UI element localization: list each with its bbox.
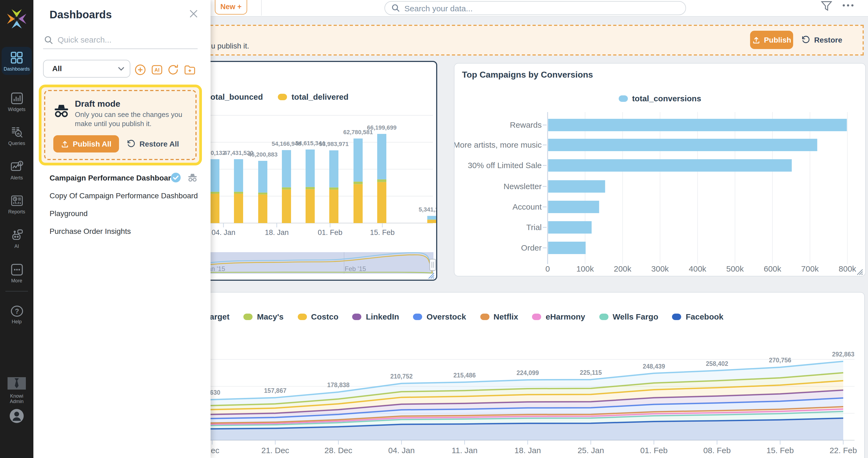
sidebar-item-widgets[interactable]: Widgets: [2, 92, 32, 112]
svg-text:18. Jan: 18. Jan: [265, 228, 289, 236]
draft-mode-box: Draft mode Only you can see the changes …: [39, 85, 202, 165]
svg-text:18. Jan: 18. Jan: [515, 446, 541, 455]
svg-text:800k: 800k: [839, 264, 857, 273]
draft-mode-description: Only you can see the changes you make un…: [75, 110, 197, 128]
publish-button[interactable]: Publish: [750, 31, 793, 49]
svg-text:700k: 700k: [801, 264, 819, 273]
sidebar-divider: [5, 291, 28, 291]
svg-text:500k: 500k: [726, 264, 744, 273]
draft-mode-title: Draft mode: [75, 99, 120, 109]
svg-text:400k: 400k: [689, 264, 707, 273]
draft-mode-banner: u publish it. Publish Restore: [188, 25, 864, 56]
sidebar-item-ai[interactable]: AI: [2, 228, 32, 249]
dashboard-list-item[interactable]: Playground: [50, 204, 200, 222]
svg-text:215,486: 215,486: [454, 372, 476, 379]
account-label: Knowi: [10, 393, 23, 399]
svg-text:01. Feb: 01. Feb: [318, 228, 342, 236]
chevron-down-icon: [118, 67, 124, 71]
restore-all-button[interactable]: Restore All: [127, 139, 179, 148]
add-folder-icon[interactable]: [184, 64, 196, 76]
search-icon: [392, 4, 400, 12]
sidebar-nav: Dashboards Widgets Queries Alerts Report…: [0, 0, 33, 458]
svg-text:46,200,883: 46,200,883: [248, 151, 278, 158]
svg-text:100k: 100k: [577, 264, 594, 273]
svg-text:0,132: 0,132: [211, 149, 225, 156]
svg-text:210,752: 210,752: [391, 373, 413, 380]
panel-title: Dashboards: [50, 9, 112, 21]
filter-selected-value: All: [52, 64, 62, 73]
dashboard-name: Campaign Performance Dashboard: [50, 173, 176, 182]
svg-text:300k: 300k: [651, 264, 669, 273]
app-window: New + Search your data... u publish it. …: [0, 0, 868, 458]
widget-top-campaigns[interactable]: Top Campaigns by Conversions total_conve…: [454, 63, 866, 277]
dashboard-filter-select[interactable]: All: [43, 60, 130, 78]
svg-text:53,983,971: 53,983,971: [319, 141, 349, 147]
svg-text:08. Feb: 08. Feb: [703, 446, 731, 455]
sidebar-item-reports[interactable]: Reports: [2, 194, 32, 214]
publish-all-button[interactable]: Publish All: [53, 135, 119, 152]
widgets-icon: [10, 92, 24, 105]
svg-text:600k: 600k: [764, 264, 782, 273]
dashboard-list-item[interactable]: Copy Of Campaign Performance Dashboard: [50, 187, 200, 204]
sidebar-item-account[interactable]: KnowiAdmin: [7, 377, 26, 404]
draft-incognito-icon: [187, 173, 197, 182]
sidebar-label: Alerts: [2, 175, 32, 180]
global-search-input[interactable]: Search your data...: [384, 1, 686, 15]
incognito-icon: [53, 104, 69, 118]
restore-button[interactable]: Restore: [801, 35, 842, 44]
ai-generate-icon[interactable]: AI: [151, 64, 163, 76]
sidebar-item-more[interactable]: More: [2, 263, 32, 283]
restore-button-label: Restore: [814, 35, 842, 44]
refresh-icon[interactable]: [167, 64, 179, 76]
svg-text:11. Jan: 11. Jan: [452, 446, 477, 455]
search-icon: [44, 35, 53, 45]
dashboard-list-item[interactable]: Purchase Order Insights: [50, 222, 200, 240]
add-dashboard-icon[interactable]: [134, 64, 147, 76]
svg-text:157,867: 157,867: [264, 387, 286, 394]
reports-icon: [10, 194, 24, 207]
avatar[interactable]: [9, 408, 24, 424]
svg-text:04. Jan: 04. Jan: [212, 228, 236, 236]
svg-text:15. Feb: 15. Feb: [370, 228, 395, 236]
svg-text:22. Feb: 22. Feb: [830, 446, 857, 455]
bar: [548, 180, 605, 193]
dashboards-panel: Dashboards Quick search... All AI Draft …: [33, 0, 211, 458]
sidebar-item-alerts[interactable]: Alerts: [2, 160, 32, 180]
close-icon[interactable]: [190, 10, 197, 18]
svg-text:AI: AI: [155, 67, 160, 73]
sidebar-item-help[interactable]: ? Help: [2, 305, 32, 324]
svg-text:01. Feb: 01. Feb: [640, 446, 668, 455]
svg-text:Account: Account: [513, 202, 542, 211]
filter-funnel-icon[interactable]: [820, 1, 833, 12]
svg-text:15. Feb: 15. Feb: [767, 446, 794, 455]
help-icon: ?: [9, 305, 24, 317]
navigator-handle[interactable]: [430, 259, 436, 270]
svg-text:Order: Order: [521, 243, 542, 252]
more-options-icon[interactable]: [842, 3, 855, 7]
dashboard-name: Playground: [50, 209, 88, 218]
bar: [548, 201, 599, 213]
draft-banner-text: u publish it.: [211, 41, 249, 50]
restore-icon: [801, 35, 810, 44]
sidebar-item-dashboards[interactable]: Dashboards: [2, 47, 32, 75]
sidebar-item-queries[interactable]: Queries: [2, 125, 32, 146]
svg-text:21. Dec: 21. Dec: [261, 446, 289, 455]
svg-text:25. Jan: 25. Jan: [578, 446, 604, 455]
bar: [548, 242, 586, 254]
svg-text:28. Dec: 28. Dec: [324, 446, 352, 455]
svg-text:?: ?: [14, 307, 19, 315]
ai-robot-icon: [10, 228, 24, 242]
queries-icon: [10, 125, 24, 139]
svg-text:270,756: 270,756: [769, 357, 791, 364]
new-tab-label: New +: [220, 3, 242, 11]
knowi-admin-tie-icon: [7, 377, 26, 390]
knowi-logo-icon[interactable]: [5, 7, 28, 30]
svg-text:258,402: 258,402: [706, 360, 728, 367]
new-tab-button[interactable]: New +: [215, 0, 247, 15]
restore-icon: [127, 139, 136, 148]
more-icon: [10, 263, 24, 277]
svg-text:Rewards: Rewards: [510, 120, 542, 129]
bar: [548, 221, 591, 234]
svg-text:200k: 200k: [614, 264, 631, 273]
svg-text:248,439: 248,439: [643, 363, 665, 370]
